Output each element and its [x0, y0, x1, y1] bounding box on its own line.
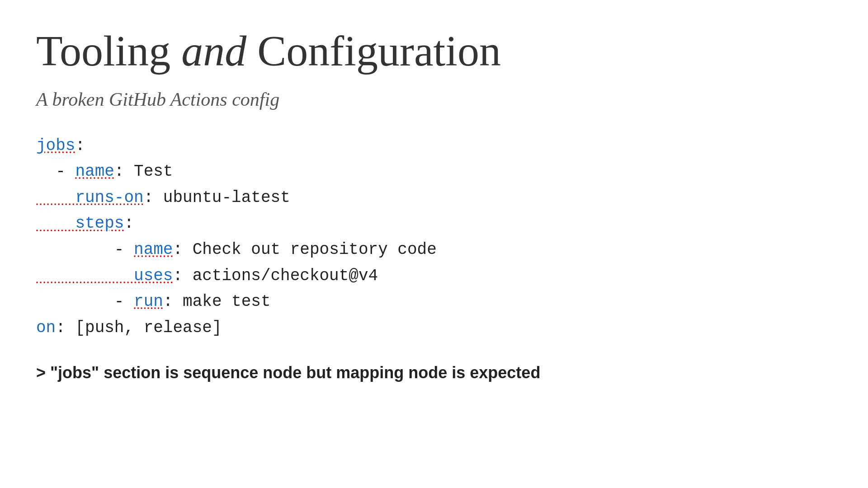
page-title: Tooling and Configuration: [36, 27, 832, 75]
code-line-1: jobs:: [36, 133, 832, 159]
code-line-2: - name: Test: [36, 159, 832, 185]
keyword-jobs: jobs: [36, 136, 75, 155]
code-line-8: on: [push, release]: [36, 315, 832, 341]
title-italic: and: [181, 27, 246, 75]
keyword-name-1: name: [75, 162, 114, 181]
keyword-runs-on: runs-on: [36, 188, 144, 207]
keyword-on: on: [36, 319, 56, 337]
keyword-uses: uses: [36, 267, 173, 285]
keyword-steps: steps: [36, 214, 124, 233]
code-line-4: steps:: [36, 211, 832, 237]
title-part1: Tooling: [36, 27, 181, 75]
keyword-run: run: [134, 292, 163, 311]
code-line-7: - run: make test: [36, 289, 832, 315]
keyword-name-2: name: [134, 240, 173, 259]
code-line-6: uses: actions/checkout@v4: [36, 263, 832, 289]
error-message: > "jobs" section is sequence node but ma…: [36, 363, 832, 382]
code-block: jobs: - name: Test runs-on: ubuntu-lates…: [36, 133, 832, 341]
subtitle: A broken GitHub Actions config: [36, 89, 832, 110]
code-line-3: runs-on: ubuntu-latest: [36, 185, 832, 211]
code-line-5: - name: Check out repository code: [36, 237, 832, 263]
title-part2: Configuration: [246, 27, 501, 75]
